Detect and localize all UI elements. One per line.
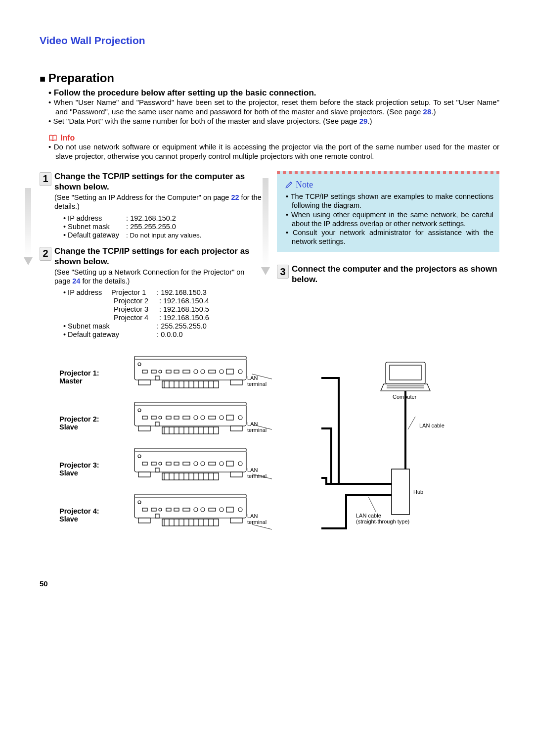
left-column: 1 Change the TCP/IP settings for the com…	[40, 171, 262, 346]
projector-row-4: Projector 4:Slave LAN terminal	[40, 493, 247, 528]
s2-gw-label: Default gateway	[68, 331, 157, 338]
svg-rect-55	[162, 473, 219, 480]
note-item-1: The TCP/IP settings shown are examples t…	[292, 192, 493, 210]
svg-point-60	[159, 462, 162, 465]
s1-mask-label: Subnet mask	[68, 223, 126, 231]
s2-p2-name: Projector 2	[114, 297, 159, 305]
svg-point-88	[238, 508, 242, 512]
svg-rect-42	[166, 416, 171, 419]
svg-point-22	[159, 370, 162, 373]
info-row: Info	[48, 134, 499, 142]
svg-rect-56	[155, 468, 159, 472]
page-link-28[interactable]: 28	[423, 107, 432, 116]
svg-rect-58	[142, 462, 147, 465]
page-link-22[interactable]: 22	[231, 193, 239, 201]
svg-rect-47	[209, 416, 216, 419]
svg-rect-4	[390, 365, 421, 380]
lan-terminal-3: LAN terminal	[247, 467, 267, 479]
projector-drawing	[134, 493, 247, 528]
s1-mask-value: : 255.255.255.0	[126, 223, 176, 231]
note-list: The TCP/IP settings shown are examples t…	[283, 192, 493, 246]
svg-rect-40	[151, 416, 156, 419]
step-1-number: 1	[40, 172, 51, 186]
book-icon	[48, 134, 57, 142]
projector-2-label: Projector 2:Slave	[40, 401, 134, 431]
step-3-number: 3	[277, 265, 289, 279]
projector-drawing	[134, 355, 247, 390]
svg-rect-15	[138, 380, 150, 385]
lan-terminal-1: LAN terminal	[247, 375, 267, 387]
svg-point-69	[238, 462, 242, 466]
svg-rect-16	[230, 380, 242, 385]
svg-point-38	[138, 409, 141, 412]
svg-rect-73	[230, 518, 242, 523]
svg-rect-71	[134, 494, 246, 497]
svg-rect-59	[151, 462, 156, 465]
svg-rect-54	[230, 472, 242, 477]
connection-diagram: Projector 1:Master LAN terminal Projecto…	[40, 355, 499, 573]
svg-rect-62	[174, 462, 179, 465]
svg-rect-25	[183, 370, 190, 373]
intro-bullet-2-text: Set "Data Port" with the same number for…	[53, 117, 359, 125]
svg-rect-2	[392, 469, 409, 515]
step-1: 1 Change the TCP/IP settings for the com…	[40, 171, 262, 239]
right-column: Note The TCP/IP settings shown are examp…	[277, 171, 499, 346]
page-number: 50	[40, 579, 48, 588]
step-3-title: Connect the computer and the projectors …	[292, 264, 499, 285]
svg-rect-36	[162, 427, 219, 434]
note-label: Note	[296, 179, 313, 190]
pencil-icon	[285, 180, 294, 189]
s2-p4-name: Projector 4	[114, 314, 159, 322]
svg-rect-17	[162, 381, 219, 388]
lan-terminal-2: LAN terminal	[247, 421, 267, 433]
svg-point-19	[138, 363, 141, 366]
svg-point-57	[138, 455, 141, 458]
step-2-sub-b: for the details.)	[80, 277, 130, 285]
info-label: Info	[60, 134, 75, 142]
hub-label: Hub	[413, 489, 423, 495]
svg-rect-44	[183, 416, 190, 419]
svg-rect-52	[134, 448, 246, 451]
step-1-settings: IP address: 192.168.150.2 Subnet mask: 2…	[54, 214, 262, 239]
step-1-subtext: (See "Setting an IP Address for the Comp…	[54, 193, 262, 211]
intro-bullet-2: Set "Data Port" with the same number for…	[48, 117, 499, 126]
svg-point-83	[194, 508, 198, 512]
projector-row-3: Projector 3:Slave LAN terminal	[40, 447, 247, 482]
step-3: 3 Connect the computer and the projector…	[277, 264, 499, 285]
step-2-number: 2	[40, 247, 51, 261]
svg-point-46	[201, 416, 205, 420]
page: Video Wall Projection Preparation Follow…	[0, 0, 534, 608]
note-heading: Note	[285, 179, 493, 190]
s2-p1-ip: : 192.168.150.3	[157, 288, 207, 296]
s2-gw-value: : 0.0.0.0	[157, 331, 182, 338]
section-title: Video Wall Projection	[40, 35, 499, 47]
svg-rect-34	[138, 426, 150, 431]
page-link-29[interactable]: 29	[359, 117, 368, 125]
svg-rect-81	[174, 508, 179, 511]
svg-point-26	[194, 370, 198, 374]
s2-p3-name: Projector 3	[114, 305, 159, 313]
s2-p4-ip: : 192.168.150.6	[159, 314, 209, 322]
svg-point-64	[194, 462, 198, 466]
page-link-24[interactable]: 24	[72, 277, 80, 285]
svg-rect-49	[226, 415, 233, 420]
svg-rect-30	[226, 369, 233, 374]
info-text: Do not use network software or equipment…	[48, 142, 499, 161]
svg-rect-24	[174, 370, 179, 373]
svg-point-41	[159, 416, 162, 419]
projector-drawing	[134, 447, 247, 482]
s2-p1-name: Projector 1	[111, 288, 157, 296]
projector-row-1: Projector 1:Master LAN terminal	[40, 355, 247, 390]
svg-rect-75	[155, 514, 159, 518]
projector-drawing	[134, 401, 247, 436]
svg-rect-82	[183, 508, 190, 511]
svg-point-67	[220, 462, 223, 466]
svg-rect-80	[166, 508, 171, 511]
svg-rect-1	[263, 178, 268, 267]
svg-rect-23	[166, 370, 171, 373]
svg-rect-72	[138, 518, 150, 523]
computer-label: Computer	[393, 394, 416, 400]
step-2: 2 Change the TCP/IP settings for each pr…	[40, 246, 262, 339]
svg-rect-87	[226, 507, 233, 512]
lan-cable-straight-label: LAN cable(straight-through type)	[356, 513, 409, 524]
